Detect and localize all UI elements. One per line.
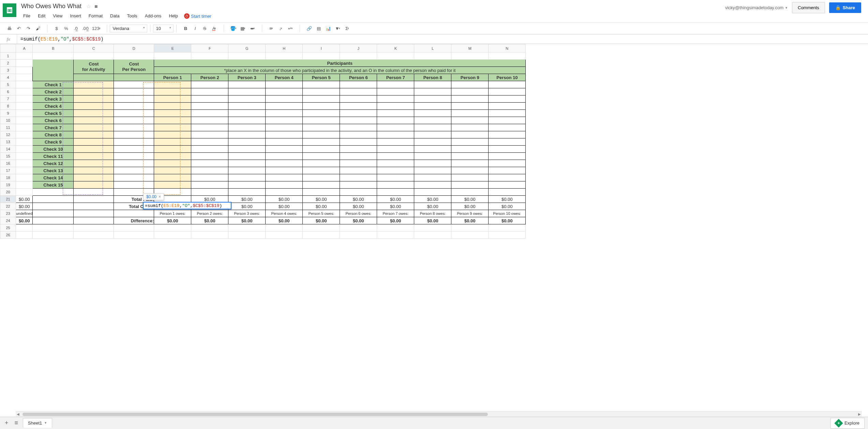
row-header[interactable]: 3 (0, 67, 16, 74)
cell[interactable]: $0.00 (16, 203, 33, 210)
row-header[interactable]: 8 (0, 103, 16, 110)
row-header[interactable]: 17 (0, 167, 16, 174)
cell[interactable] (266, 117, 303, 124)
cell[interactable] (489, 160, 526, 167)
close-icon[interactable]: × (159, 194, 161, 199)
cell[interactable] (489, 95, 526, 103)
start-timer[interactable]: ⏱ Start timer (182, 12, 213, 20)
bold-icon[interactable]: B (181, 24, 190, 33)
cell[interactable] (451, 189, 489, 196)
cell[interactable]: Person 8 (414, 74, 451, 81)
cell[interactable]: Person 3 owes: (228, 210, 266, 217)
cell[interactable] (489, 124, 526, 131)
cell[interactable] (414, 117, 451, 124)
cell[interactable] (74, 174, 114, 181)
row-header[interactable]: 21 (0, 196, 16, 203)
cell[interactable] (16, 67, 33, 74)
cell[interactable] (154, 153, 191, 160)
cell[interactable] (377, 103, 414, 110)
cell[interactable] (266, 110, 303, 117)
cell[interactable]: $0.00 (377, 217, 414, 224)
cell[interactable] (154, 224, 191, 232)
chart-icon[interactable]: 📊 (324, 24, 333, 33)
cell[interactable] (228, 167, 266, 174)
cell[interactable]: Check 3 (33, 95, 74, 103)
cell[interactable]: $0.00 (451, 217, 489, 224)
cell[interactable] (451, 81, 489, 88)
merge-icon[interactable]: ⬌▾ (248, 24, 257, 33)
cell[interactable] (74, 153, 114, 160)
cell[interactable] (340, 138, 377, 146)
row-header[interactable]: 7 (0, 95, 16, 103)
column-header[interactable]: C (74, 44, 114, 53)
cell[interactable] (74, 160, 114, 167)
cell[interactable]: $0.00 (154, 217, 191, 224)
row-header[interactable]: 24 (0, 217, 16, 224)
cell[interactable] (228, 124, 266, 131)
cell[interactable] (414, 167, 451, 174)
row-header[interactable]: 11 (0, 124, 16, 131)
row-header[interactable]: 4 (0, 74, 16, 81)
cell[interactable] (340, 167, 377, 174)
row-header[interactable]: 6 (0, 88, 16, 95)
cell[interactable] (303, 138, 340, 146)
cell[interactable] (16, 138, 33, 146)
cell[interactable] (340, 146, 377, 153)
cell[interactable] (414, 189, 451, 196)
cell[interactable] (191, 224, 228, 232)
cell[interactable] (114, 81, 154, 88)
cell[interactable]: $0.00 (377, 203, 414, 210)
cell[interactable] (414, 131, 451, 138)
menu-help[interactable]: Help (165, 12, 181, 20)
cell[interactable] (451, 88, 489, 95)
cell[interactable] (228, 160, 266, 167)
cell[interactable] (33, 196, 74, 203)
cell[interactable] (114, 146, 154, 153)
cell[interactable] (489, 138, 526, 146)
cell[interactable] (74, 224, 114, 232)
cell[interactable] (303, 224, 340, 232)
cell[interactable] (191, 167, 228, 174)
cell[interactable] (266, 160, 303, 167)
cell[interactable] (414, 95, 451, 103)
column-header[interactable]: L (414, 44, 451, 53)
cell[interactable] (451, 53, 489, 60)
cell[interactable]: $0.00 (228, 196, 266, 203)
cell[interactable]: Person 9 (451, 74, 489, 81)
cell[interactable] (303, 153, 340, 160)
cell[interactable]: $0.00 (191, 217, 228, 224)
more-formats[interactable]: 123▾ (91, 24, 102, 33)
cell[interactable]: Person 7 (377, 74, 414, 81)
formula-input[interactable]: =sumif(E5:E19,"O",$C$5:$C$19) (17, 35, 868, 43)
cell[interactable] (489, 131, 526, 138)
cell[interactable] (154, 181, 191, 189)
cell[interactable] (191, 138, 228, 146)
folder-icon[interactable]: ■ (94, 3, 98, 10)
cell[interactable] (191, 117, 228, 124)
cell[interactable]: Check 9 (33, 138, 74, 146)
cell[interactable]: Person 6 owes: (340, 210, 377, 217)
cell[interactable]: $0.00 (266, 217, 303, 224)
cell[interactable] (414, 181, 451, 189)
cell[interactable] (377, 174, 414, 181)
cell[interactable] (74, 217, 114, 224)
cell[interactable] (16, 60, 33, 67)
italic-icon[interactable]: I (191, 24, 200, 33)
cell[interactable] (16, 53, 33, 60)
cell[interactable] (191, 131, 228, 138)
cell[interactable] (16, 110, 33, 117)
cell[interactable]: Check 13 (33, 167, 74, 174)
column-header[interactable]: B (33, 44, 74, 53)
cell[interactable]: Person 4 (266, 74, 303, 81)
cell[interactable] (489, 224, 526, 232)
cell[interactable] (489, 174, 526, 181)
cell[interactable] (303, 53, 340, 60)
cell[interactable] (191, 95, 228, 103)
cell[interactable] (489, 110, 526, 117)
cell[interactable]: Check 12 (33, 160, 74, 167)
cell[interactable] (33, 217, 74, 224)
cell[interactable] (266, 232, 303, 239)
cell[interactable] (489, 232, 526, 239)
row-header[interactable]: 20 (0, 189, 16, 196)
cell[interactable] (266, 81, 303, 88)
